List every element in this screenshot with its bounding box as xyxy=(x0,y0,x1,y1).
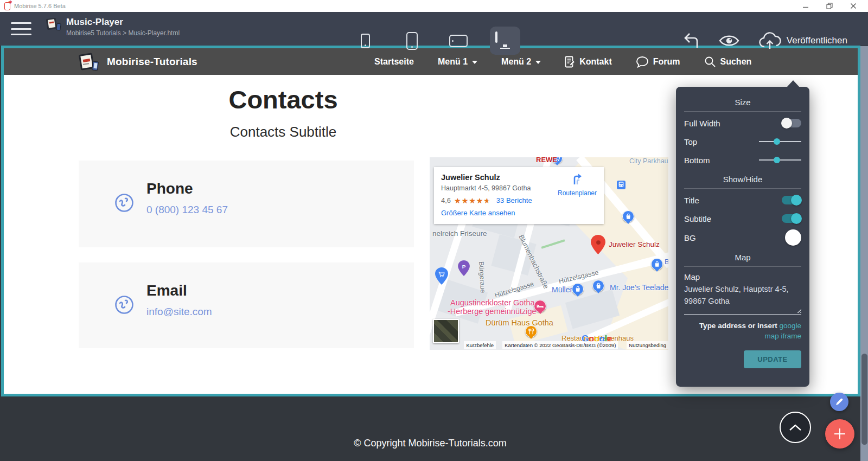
chat-icon xyxy=(636,56,649,68)
map-attribution: Kurzbefehle Kartendaten © 2022 GeoBasis-… xyxy=(430,341,668,350)
map-label: Blumenbachstraße xyxy=(517,233,550,290)
vertical-scrollbar[interactable] xyxy=(860,46,868,461)
restore-button[interactable] xyxy=(826,2,833,10)
map-label: Restaurant Pagenhaus xyxy=(561,334,634,342)
full-width-row: Full Width xyxy=(684,116,801,130)
email-card[interactable]: Email info@site.com xyxy=(79,262,414,348)
rating-value: 4,6 xyxy=(441,196,451,204)
full-width-label: Full Width xyxy=(684,119,720,128)
map-label: Hützelsgasse xyxy=(494,280,535,299)
title-toggle[interactable] xyxy=(782,196,801,204)
window-title: Mobirise 5.7.6 Beta xyxy=(14,3,66,9)
chevron-down-icon xyxy=(472,61,477,64)
show-hide-section-header: Show/Hide xyxy=(684,175,801,184)
bottom-slider[interactable] xyxy=(759,156,801,164)
divider xyxy=(684,266,801,267)
directions-button[interactable]: Routenplaner xyxy=(555,172,599,197)
email-link[interactable]: info@site.com xyxy=(146,306,212,318)
map-road xyxy=(455,249,668,317)
map-poi-marker[interactable] xyxy=(534,300,546,312)
map-pin-marker[interactable] xyxy=(435,267,448,287)
site-brand[interactable]: Mobirise-Tutorials xyxy=(79,53,197,71)
nav-item-kontakt[interactable]: Kontakt xyxy=(565,56,612,68)
page-title[interactable]: Contacts xyxy=(4,85,563,114)
map-poi-marker[interactable] xyxy=(592,280,604,292)
phone-heading: Phone xyxy=(146,180,228,197)
map-info-card: Juwelier Schulz Hauptmarkt 4-5, 99867 Go… xyxy=(434,167,604,224)
map-park-strip xyxy=(541,239,565,249)
map-poi-marker[interactable] xyxy=(572,283,584,295)
preview-button[interactable] xyxy=(718,34,740,47)
device-phone-small-button[interactable] xyxy=(350,27,380,55)
map-label: Augustinerkloster Gotha xyxy=(450,298,535,307)
undo-button[interactable] xyxy=(681,32,700,49)
add-block-button[interactable] xyxy=(825,419,854,449)
footer-section: © Copyright Mobirise-Tutorials.com xyxy=(0,396,860,461)
map-area-block xyxy=(604,276,668,350)
edit-style-button[interactable] xyxy=(830,393,848,411)
bottom-label: Bottom xyxy=(684,156,710,165)
publish-button[interactable]: Veröffentlichen xyxy=(758,31,847,50)
full-width-toggle[interactable] xyxy=(782,119,801,127)
tablet-icon xyxy=(449,35,468,47)
phone-card[interactable]: Phone 0 (800) 123 45 67 xyxy=(79,161,414,247)
phone-small-icon xyxy=(361,34,370,48)
nav-item-menu1[interactable]: Menü 1 xyxy=(438,57,477,67)
project-icon xyxy=(47,18,61,30)
terms-link[interactable]: Nutzungsbeding xyxy=(627,341,668,349)
map-poi-marker[interactable] xyxy=(622,210,634,222)
map-label: REWE xyxy=(536,157,557,164)
map-building-block xyxy=(565,290,620,329)
map-address-input[interactable]: Juwelier Schulz, Hauptstr 4-5, 99867 Got… xyxy=(684,284,801,312)
map-section-header: Map xyxy=(684,253,801,262)
map-label: City Parkhaus xyxy=(629,157,668,165)
scrollbar-thumb[interactable] xyxy=(861,354,867,445)
map-data-attribution: Kartendaten © 2022 GeoBasis-DE/BKG (©200… xyxy=(502,341,618,349)
page-subtitle[interactable]: Contacts Subtitle xyxy=(4,124,563,140)
keyboard-shortcuts-link[interactable]: Kurzbefehle xyxy=(464,341,496,349)
top-slider[interactable] xyxy=(759,138,801,145)
device-preview-switcher xyxy=(350,24,520,57)
divider xyxy=(684,188,801,189)
map-pin-marker[interactable]: P xyxy=(458,260,470,278)
bg-color-swatch[interactable] xyxy=(785,229,801,246)
minimize-button[interactable] xyxy=(802,2,809,10)
map-poi-marker[interactable] xyxy=(651,258,663,270)
globe-icon xyxy=(113,294,135,348)
site-logo xyxy=(79,53,100,71)
nav-item-forum[interactable]: Forum xyxy=(636,56,680,68)
map-building-block xyxy=(434,278,488,323)
hamburger-menu-icon[interactable] xyxy=(11,22,31,35)
device-desktop-button[interactable] xyxy=(490,27,520,55)
subtitle-label: Subtitle xyxy=(684,214,711,223)
close-button[interactable] xyxy=(850,2,857,10)
google-map-embed[interactable]: P REWECity Parkhausnelreich FriseureBlum… xyxy=(430,157,668,350)
map-poi-marker[interactable] xyxy=(525,325,537,337)
map-hint: Type address or insert google map iframe xyxy=(684,321,801,342)
larger-map-link[interactable]: Größere Karte ansehen xyxy=(441,209,597,217)
chevron-up-icon xyxy=(788,423,802,432)
place-rating-row: 4,6 ★★★★★★★★★★ 33 Berichte xyxy=(441,196,597,204)
update-button[interactable]: UPDATE xyxy=(744,350,801,368)
satellite-view-toggle[interactable] xyxy=(433,319,459,343)
map-label: Juwelier Schulz xyxy=(609,240,660,248)
nav-item-startseite[interactable]: Startseite xyxy=(374,57,414,67)
project-info[interactable]: Music-Player Mobirise5 Tutorials > Music… xyxy=(47,16,180,37)
device-tablet-button[interactable] xyxy=(443,27,474,55)
map-pin-marker[interactable] xyxy=(591,235,605,257)
map-road xyxy=(558,255,668,287)
scroll-to-top-button[interactable] xyxy=(780,412,811,443)
subtitle-toggle[interactable] xyxy=(782,214,801,223)
phone-link[interactable]: 0 (800) 123 45 67 xyxy=(146,204,228,216)
nav-item-menu2[interactable]: Menü 2 xyxy=(501,57,541,67)
transit-stop-icon[interactable] xyxy=(617,181,626,189)
publish-label: Veröffentlichen xyxy=(787,35,847,46)
pencil-icon xyxy=(835,398,844,406)
size-section-header: Size xyxy=(684,98,801,107)
email-heading: Email xyxy=(146,282,212,299)
undo-icon xyxy=(681,32,700,49)
google-logo: Google xyxy=(582,334,612,344)
reviews-link[interactable]: 33 Berichte xyxy=(496,196,532,204)
device-phone-large-button[interactable] xyxy=(397,27,427,55)
map-poi-marker[interactable] xyxy=(552,157,563,164)
